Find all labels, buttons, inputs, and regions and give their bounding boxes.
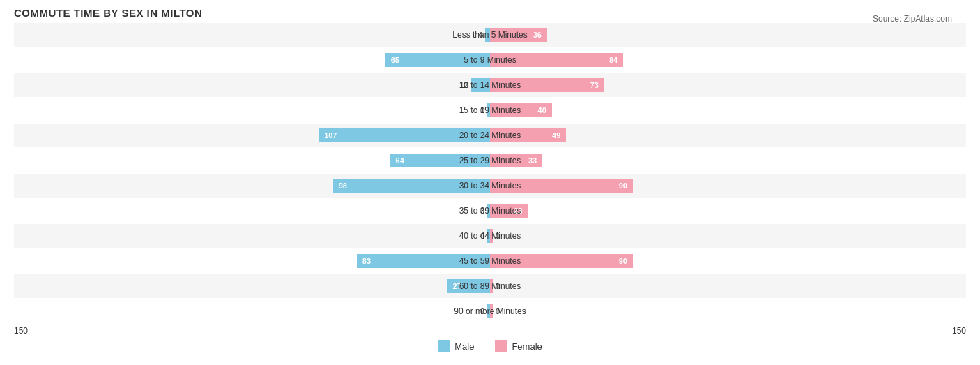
male-side: 0: [14, 224, 490, 248]
chart-row: 27 60 to 89 Minutes 0: [14, 274, 966, 298]
bar-area: 83 45 to 59 Minutes 90: [14, 249, 966, 273]
bar-area: 27 60 to 89 Minutes 0: [14, 274, 966, 298]
female-side: 23: [490, 199, 966, 223]
female-value-inside: 73: [588, 81, 602, 89]
female-value-inside: 33: [526, 156, 539, 165]
male-value-inside: 65: [388, 56, 402, 64]
bar-area: 107 20 to 24 Minutes 49: [14, 124, 966, 147]
chart-row: 64 25 to 29 Minutes 33: [14, 149, 966, 172]
male-value-inside: 83: [360, 257, 374, 265]
bar-area: 64 25 to 29 Minutes 33: [14, 149, 966, 172]
bar-area: 0 15 to 19 Minutes 40: [14, 98, 966, 122]
row-label: 90 or more Minutes: [454, 306, 526, 316]
chart-container: 4 Less than 5 Minutes 36 65: [14, 23, 966, 323]
row-label: 35 to 39 Minutes: [459, 206, 521, 216]
chart-row: 0 15 to 19 Minutes 40: [14, 98, 966, 122]
male-value-inside: 64: [393, 156, 407, 165]
male-side: 27: [14, 274, 490, 298]
male-side: 0: [14, 299, 490, 323]
female-side: 49: [490, 124, 966, 147]
legend-female-box: [495, 340, 507, 352]
chart-row: 107 20 to 24 Minutes 49: [14, 124, 966, 147]
female-value-inside: 36: [530, 31, 544, 39]
male-side: 98: [14, 174, 490, 198]
male-side: 64: [14, 149, 490, 172]
bar-area: 0 90 or more Minutes 0: [14, 299, 966, 323]
female-side: 40: [490, 98, 966, 122]
legend: Male Female: [14, 340, 966, 352]
chart-row: 4 Less than 5 Minutes 36: [14, 23, 966, 47]
row-label: 30 to 34 Minutes: [459, 181, 521, 191]
chart-row: 12 10 to 14 Minutes 73: [14, 73, 966, 97]
row-label: 20 to 24 Minutes: [459, 131, 521, 140]
male-side: 12: [14, 73, 490, 97]
bar-area: 4 Less than 5 Minutes 36: [14, 23, 966, 47]
male-side: 65: [14, 48, 490, 72]
row-label: 60 to 89 Minutes: [459, 281, 521, 291]
female-side: 84: [490, 48, 966, 72]
bar-area: 12 10 to 14 Minutes 73: [14, 73, 966, 97]
chart-row: 0 40 to 44 Minutes 0: [14, 224, 966, 248]
chart-title: COMMUTE TIME BY SEX IN MILTON: [14, 7, 966, 19]
row-label: 45 to 59 Minutes: [459, 256, 521, 266]
legend-male-label: Male: [454, 341, 474, 352]
male-value-inside: 98: [336, 181, 350, 190]
axis-row: 150 150: [14, 326, 966, 336]
chart-row: 83 45 to 59 Minutes 90: [14, 249, 966, 273]
row-label: 5 to 9 Minutes: [464, 55, 516, 65]
legend-female: Female: [495, 340, 542, 352]
legend-male-box: [438, 340, 450, 352]
female-side: 33: [490, 149, 966, 172]
bar-area: 0 40 to 44 Minutes 0: [14, 224, 966, 248]
female-side: 90: [490, 174, 966, 198]
chart-row: 0 35 to 39 Minutes 23: [14, 199, 966, 223]
female-side: 0: [490, 224, 966, 248]
male-side: 4: [14, 23, 490, 47]
male-value-inside: 107: [321, 131, 339, 140]
chart-row: 98 30 to 34 Minutes 90: [14, 174, 966, 198]
female-side: 0: [490, 299, 966, 323]
chart-row: 0 90 or more Minutes 0: [14, 299, 966, 323]
female-value-inside: 90: [616, 257, 630, 265]
legend-female-label: Female: [512, 341, 542, 352]
female-side: 36: [490, 23, 966, 47]
axis-left: 150: [14, 326, 490, 336]
row-label: 15 to 19 Minutes: [459, 105, 521, 115]
row-label: 10 to 14 Minutes: [459, 80, 521, 90]
male-side: 83: [14, 249, 490, 273]
female-value-inside: 49: [549, 131, 563, 140]
bar-area: 0 35 to 39 Minutes 23: [14, 199, 966, 223]
female-side: 90: [490, 249, 966, 273]
row-label: 40 to 44 Minutes: [459, 231, 521, 241]
female-side: 73: [490, 73, 966, 97]
chart-row: 65 5 to 9 Minutes 84: [14, 48, 966, 72]
female-side: 0: [490, 274, 966, 298]
row-label: 25 to 29 Minutes: [459, 156, 521, 165]
source-label: Source: ZipAtlas.com: [873, 14, 952, 24]
bar-area: 65 5 to 9 Minutes 84: [14, 48, 966, 72]
male-side: 0: [14, 199, 490, 223]
male-side: 0: [14, 98, 490, 122]
female-value-inside: 40: [535, 106, 549, 114]
bar-area: 98 30 to 34 Minutes 90: [14, 174, 966, 198]
row-label: Less than 5 Minutes: [452, 30, 527, 40]
axis-right: 150: [490, 326, 966, 336]
male-side: 107: [14, 124, 490, 147]
female-value-inside: 84: [606, 56, 620, 64]
female-value-inside: 90: [616, 181, 630, 190]
legend-male: Male: [438, 340, 474, 352]
